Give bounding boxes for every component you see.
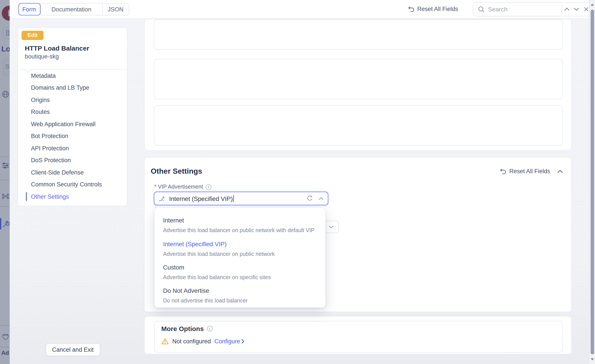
sidebar-item-label: Other Settings	[31, 193, 69, 200]
form-toolbar: Form Documentation JSON Reset All Fields…	[9, 0, 595, 19]
sidebar-item-label: Routes	[31, 109, 50, 115]
trusted-client-rules-card	[154, 19, 563, 50]
search-placeholder: Search	[488, 6, 561, 13]
sidebar-item-common-security-controls[interactable]: Common Security Controls	[31, 180, 102, 189]
configure-label: Configure	[214, 338, 240, 345]
form-sidebar: Edit HTTP Load Balancer boutique-skg Met…	[18, 27, 128, 206]
search-input[interactable]: Search	[473, 2, 593, 16]
section-reset-all-fields-button[interactable]: Reset All Fields	[500, 168, 550, 175]
sidebar-item-label: API Protection	[31, 145, 69, 151]
other-settings-title: Other Settings	[151, 167, 202, 176]
refresh-icon[interactable]	[307, 195, 313, 201]
sidebar-item-label: Bot Protection	[31, 133, 68, 139]
client-blocking-rules-card	[154, 59, 563, 99]
option-do-not-advertise-label: Do Not Advertise	[163, 287, 209, 294]
tab-form[interactable]: Form	[18, 3, 40, 15]
cors-policy-card	[154, 106, 563, 145]
sidebar-item-label: Client-Side Defense	[31, 169, 84, 176]
cancel-and-exit-button[interactable]: Cancel and Exit	[46, 343, 100, 356]
sidebar-active-indicator	[26, 192, 27, 201]
info-icon[interactable]: i	[206, 184, 211, 190]
tab-documentation[interactable]: Documentation	[40, 3, 103, 15]
sidebar-divider	[18, 69, 127, 69]
warning-icon	[161, 338, 169, 345]
sidebar-item-domains-lb-type[interactable]: Domains and LB Type	[31, 83, 89, 92]
chevron-right-icon	[241, 339, 245, 344]
sidebar-item-bot-protection[interactable]: Bot Protection	[31, 132, 68, 141]
tab-form-label: Form	[22, 6, 36, 13]
status-text: Not configured	[172, 338, 211, 345]
sidebar-item-origins[interactable]: Origins	[31, 95, 50, 104]
sidebar-item-label: Web Application Firewall	[31, 121, 96, 127]
option-internet-description: Advertise this load balancer on public n…	[163, 227, 314, 233]
scroll-up-icon[interactable]	[591, 4, 594, 6]
scroll-down-icon[interactable]	[591, 358, 594, 360]
chevron-up-icon[interactable]	[319, 197, 323, 200]
option-custom-description: Advertise this load balancer on specific…	[163, 274, 271, 280]
vip-advertisement-label: * VIP Advertisement i	[154, 184, 211, 190]
option-internet-specified-vip-label: Internet (Specified VIP)	[163, 241, 227, 248]
scrollbar-thumb[interactable]	[590, 10, 594, 354]
undo-icon	[408, 6, 414, 12]
tab-json[interactable]: JSON	[103, 3, 129, 15]
option-do-not-advertise-description: Do not advertise this load balancer	[163, 297, 248, 304]
search-prev-icon[interactable]	[562, 4, 572, 14]
section-reset-label: Reset All Fields	[509, 168, 550, 175]
sidebar-collapse-notch[interactable]	[25, 66, 31, 72]
sidebar-item-label: Origins	[31, 97, 50, 103]
sidebar-item-label: Domains and LB Type	[31, 84, 89, 91]
tab-documentation-label: Documentation	[51, 6, 92, 13]
sidebar-item-label: Metadata	[31, 72, 56, 79]
option-internet-specified-vip-description: Advertise this load balancer on public n…	[163, 251, 275, 257]
sidebar-item-client-side-defense[interactable]: Client-Side Defense	[31, 168, 84, 177]
reset-all-fields-button[interactable]: Reset All Fields	[408, 6, 458, 12]
sidebar-item-label: Common Security Controls	[31, 181, 102, 188]
sidebar-item-dos-protection[interactable]: DoS Protection	[31, 156, 71, 165]
search-icon	[478, 6, 484, 13]
console-left-rail: f Lo S	[0, 0, 9, 364]
vip-advertisement-dropdown: Internet Advertise this load balancer on…	[154, 207, 326, 307]
status-row: Not configured Configure	[161, 338, 245, 345]
object-name: boutique-skg	[25, 53, 59, 60]
section-collapse-icon[interactable]	[557, 170, 563, 173]
overlay-scrim	[0, 0, 9, 364]
info-icon[interactable]: i	[207, 326, 212, 331]
advertise-icon	[159, 195, 166, 202]
search-next-icon[interactable]	[572, 4, 581, 14]
text-cursor	[233, 195, 234, 202]
object-type-title: HTTP Load Balancer	[25, 44, 89, 52]
sidebar-item-other-settings[interactable]: Other Settings	[31, 192, 69, 201]
option-internet-label: Internet	[163, 217, 184, 224]
vip-advertisement-value: Internet (Specified VIP)	[169, 195, 233, 202]
more-options-title: More Options	[161, 325, 204, 332]
page-scrollbar[interactable]	[589, 0, 595, 364]
vip-advertisement-label-text: * VIP Advertisement	[154, 184, 203, 190]
sidebar-item-api-protection[interactable]: API Protection	[31, 144, 69, 153]
reset-all-fields-label: Reset All Fields	[417, 6, 458, 12]
tab-json-label: JSON	[108, 6, 123, 13]
option-custom-label: Custom	[163, 264, 184, 271]
sidebar-item-metadata[interactable]: Metadata	[31, 71, 56, 80]
more-options-card	[154, 321, 563, 352]
vip-advertisement-select[interactable]: Internet (Specified VIP)	[154, 192, 328, 205]
edit-badge: Edit	[21, 30, 43, 40]
undo-icon	[500, 168, 506, 174]
configure-link[interactable]: Configure	[214, 338, 245, 345]
cancel-and-exit-label: Cancel and Exit	[52, 346, 94, 353]
sidebar-item-routes[interactable]: Routes	[31, 107, 50, 116]
card-title: More Options i	[161, 325, 212, 332]
sidebar-item-label: DoS Protection	[31, 157, 71, 164]
sidebar-item-waf[interactable]: Web Application Firewall	[31, 120, 96, 128]
chevron-down-icon	[329, 226, 333, 228]
